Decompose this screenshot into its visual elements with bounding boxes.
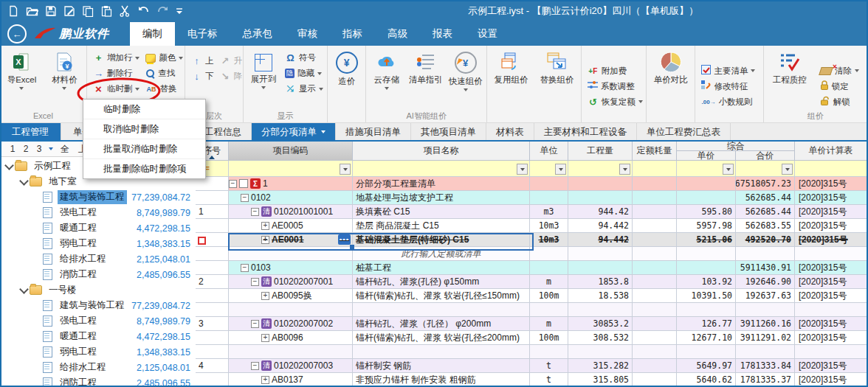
header-composite[interactable]: 综合 单价 合价 <box>677 142 795 161</box>
tab-other-list[interactable]: 其他项目清单 <box>411 123 486 141</box>
level-caret-icon[interactable] <box>49 147 53 150</box>
menu-tab-bianzhi[interactable]: 编制 <box>130 22 175 46</box>
tab-fee-summary[interactable]: 单位工程费汇总表 <box>637 123 731 141</box>
temp-delete-button[interactable]: ×临时删 <box>90 81 143 97</box>
level-3-button[interactable]: 3 <box>32 144 46 154</box>
material-price-button[interactable]: ¥ 材料价 <box>43 50 86 90</box>
table-row[interactable]: 3 清010202007002 锚杆钻孔、灌浆（孔径） φ200mm m 308… <box>196 317 867 331</box>
menu-item-batch-cancel-temp-delete[interactable]: 批量取消临时删除 <box>83 139 205 159</box>
expand-to-button[interactable]: 展开到 <box>245 50 282 89</box>
open-file-icon[interactable] <box>26 5 38 17</box>
tree-item-unit[interactable]: 暖通工程4,472,298.15 <box>0 329 196 344</box>
tab-bill-of-quantities[interactable]: 分部分项清单 <box>252 123 336 141</box>
fast-pricing-button[interactable]: ¥ 快速组价 <box>446 50 486 91</box>
restore-quota-button[interactable]: ↺恢复定额 <box>585 94 646 110</box>
delete-row-button[interactable]: →删除行 <box>90 66 143 81</box>
header-unit[interactable]: 单位 <box>530 142 568 161</box>
table-row[interactable]: 0102 地基处理与边坡支护工程 562685.44 [2020]315号 <box>196 191 867 205</box>
new-file-icon[interactable] <box>7 5 19 17</box>
collapse-box-icon[interactable] <box>251 278 259 286</box>
header-code[interactable]: 项目编码 <box>229 142 353 161</box>
move-up-button[interactable]: ↑上 <box>188 53 217 69</box>
modify-feature-button[interactable]: 修改特征 <box>698 79 751 94</box>
filter-name[interactable] <box>353 161 530 177</box>
unit-price-compare-button[interactable]: 单价对比 <box>649 50 693 86</box>
menu-tab-zhibiao[interactable]: 指标 <box>330 22 375 46</box>
table-row[interactable]: 1 清010201001001 换填素砼 C15 m3 944.42 595.8… <box>196 205 867 219</box>
show-button[interactable]: ⤯显示 <box>282 81 326 97</box>
tree-item-unit[interactable]: 强电工程8,749,989.79 <box>0 313 196 329</box>
replace-pricing-button[interactable]: 替换组价 <box>534 50 579 86</box>
tree-item-unit[interactable]: 建筑与装饰工程77,239,084.72 <box>0 189 196 205</box>
tree-item-unit[interactable]: 给排水工程2,125,048.01 <box>0 360 196 375</box>
table-row[interactable]: AB0096 锚杆(锚索)钻孔、灌浆 软岩(孔径≤200mm) 100m 308… <box>196 331 867 345</box>
filter-calc[interactable] <box>795 161 867 177</box>
menu-item-temp-delete[interactable]: 临时删除 <box>83 100 205 119</box>
table-row-empty[interactable] <box>196 345 867 359</box>
header-quota[interactable]: 定额耗量 <box>633 142 677 161</box>
filter-quota[interactable] <box>633 161 677 177</box>
collapse-box-icon[interactable] <box>241 264 249 272</box>
menu-tab-dianzibiao[interactable]: 电子标 <box>175 22 230 46</box>
menu-tab-zongchengbao[interactable]: 总承包 <box>230 22 286 46</box>
list-guide-button[interactable]: 清单指引 <box>406 50 446 86</box>
tree-item-group[interactable]: 一号楼 <box>0 282 196 298</box>
clear-button[interactable]: 清除 <box>817 63 862 79</box>
collapse-box-icon[interactable] <box>241 194 249 202</box>
save-as-icon[interactable] <box>63 5 75 17</box>
collapse-box-icon[interactable] <box>251 362 259 370</box>
find-button[interactable]: 查找 <box>142 66 186 81</box>
table-row[interactable]: AE0005 垫层 商品混凝土 C15 10m3 94.442 5957.98 … <box>196 219 867 233</box>
filter-dropdown-icon[interactable] <box>782 164 793 175</box>
symbol-button[interactable]: Ω符号 <box>282 50 326 66</box>
table-row-hint[interactable]: 此行输入定额或清单 <box>196 247 867 261</box>
tree-item-unit[interactable]: 消防工程2,485,096.55 <box>0 267 196 282</box>
undo-icon[interactable] <box>137 5 150 17</box>
unlock-button[interactable]: 解锁 <box>817 94 853 110</box>
export-excel-button[interactable]: X 导Excel <box>0 50 43 90</box>
reuse-pricing-button[interactable]: 复用组价 <box>488 50 534 86</box>
header-name[interactable]: 项目名称 <box>353 142 530 161</box>
tab-project-manage[interactable]: 工程管理 <box>0 123 61 141</box>
collapse-box-icon[interactable] <box>251 208 259 216</box>
decimal-rule-button[interactable]: .00→小数规则 <box>698 94 755 110</box>
paste-icon[interactable] <box>100 5 112 17</box>
selection-fill-handle[interactable] <box>350 245 354 249</box>
surcharge-button[interactable]: +F附加费 <box>585 63 630 79</box>
save-icon[interactable] <box>45 5 57 17</box>
tab-main-materials[interactable]: 主要材料和工程设备 <box>534 123 638 141</box>
row-checkbox[interactable] <box>239 179 248 188</box>
expand-box-icon[interactable] <box>261 292 269 300</box>
customize-toolbar-icon[interactable] <box>176 7 183 15</box>
lock-button[interactable]: 锁定 <box>817 79 852 94</box>
filter-qty[interactable] <box>568 161 633 177</box>
menu-item-cancel-temp-delete[interactable]: 取消临时删除 <box>83 119 205 139</box>
table-row[interactable]: AB0137 非预应力锚杆 制作安装 粗钢筋 t 315.805 5640.62… <box>196 373 867 387</box>
header-calc[interactable]: 单价计算表 <box>795 142 867 161</box>
filter-price[interactable] <box>677 161 736 177</box>
tab-material-table[interactable]: 材料表 <box>486 123 534 141</box>
collapse-box-icon[interactable] <box>251 320 259 328</box>
promote-button[interactable]: ↗升 <box>216 53 245 69</box>
expand-box-icon[interactable] <box>261 376 269 384</box>
tree-item-unit[interactable]: 弱电工程1,348,383.15 <box>0 236 196 251</box>
expand-box-icon[interactable] <box>261 334 269 342</box>
more-options-button[interactable]: ••• <box>338 234 351 245</box>
move-down-button[interactable]: ↓下 <box>188 69 217 84</box>
table-row[interactable]: 0103 桩基工程 5911430.91 [2020]315号 <box>196 261 867 275</box>
menu-tab-shenhe[interactable]: 审核 <box>285 22 330 46</box>
table-row-deleted[interactable]: AE0001••• 基础混凝土垫层(特细砂) C15 10m3 94.442 5… <box>196 233 867 247</box>
copy-icon[interactable] <box>82 5 94 17</box>
header-qty[interactable]: 工程量 <box>568 142 633 161</box>
tree-item-unit[interactable]: 暖通工程4,472,298.15 <box>0 220 196 236</box>
filter-dropdown-icon[interactable] <box>517 164 528 175</box>
color-button[interactable]: 颜色 <box>142 50 186 66</box>
header-price[interactable]: 单价 <box>677 151 736 160</box>
filter-unit[interactable] <box>530 161 568 177</box>
collapse-icon[interactable] <box>19 285 29 294</box>
coefficient-adjust-button[interactable]: 系数调整 <box>585 79 638 94</box>
tree-item-unit[interactable]: 弱电工程1,348,383.15 <box>0 344 196 360</box>
filter-code[interactable] <box>229 161 353 177</box>
level-2-button[interactable]: 2 <box>19 144 32 154</box>
menu-tab-baobiao[interactable]: 报表 <box>420 22 465 46</box>
